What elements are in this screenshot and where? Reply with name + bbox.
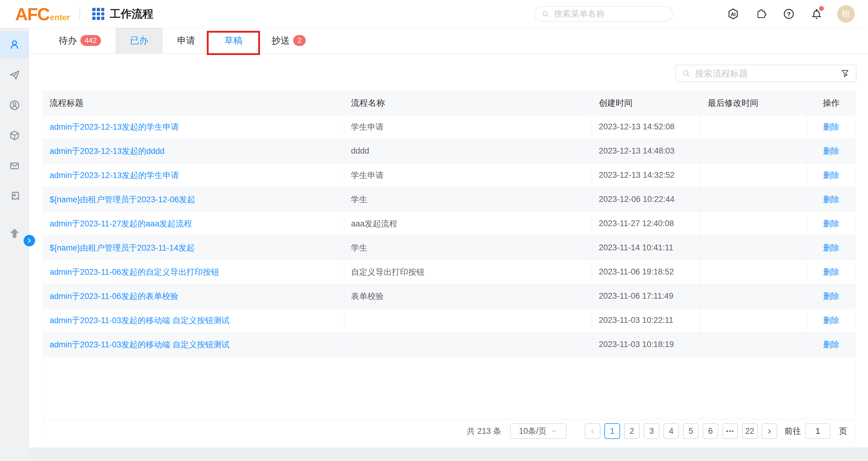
- row-flow-name: 表单校验: [344, 284, 592, 308]
- row-title-link[interactable]: admin于2023-11-27发起的aaa发起流程: [50, 219, 192, 228]
- svg-text:?: ?: [787, 11, 790, 18]
- send-icon: [9, 69, 20, 81]
- row-flow-name: 学生: [344, 187, 592, 212]
- col-header-modified: 最后修改时间: [701, 92, 807, 115]
- sidebar-item-contacts[interactable]: [0, 92, 29, 119]
- tab-apply[interactable]: 申请: [163, 28, 210, 53]
- row-flow-name: [344, 308, 592, 333]
- row-delete-button[interactable]: 删除: [823, 171, 839, 180]
- sidebar-item-apps[interactable]: [0, 122, 29, 149]
- row-created-time: 2023-12-13 14:32:52: [592, 163, 701, 187]
- ai-icon[interactable]: AI: [726, 7, 740, 21]
- sidebar-item-user[interactable]: [0, 31, 29, 58]
- prev-glyph: ‹: [591, 425, 594, 436]
- row-title-link[interactable]: admin于2023-12-13发起的dddd: [50, 147, 164, 156]
- help-icon[interactable]: ?: [782, 7, 796, 21]
- tab-label: 已办: [130, 34, 148, 47]
- plugin-icon[interactable]: [754, 7, 768, 21]
- row-title-link[interactable]: ${name}由租户管理员于2023-11-14发起: [50, 243, 195, 252]
- sidebar: [0, 28, 29, 461]
- row-modified-time: [701, 333, 807, 357]
- table-header-row: 流程标题 流程名称 创建时间 最后修改时间 操作: [43, 92, 855, 115]
- sidebar-item-add-app[interactable]: [0, 183, 29, 209]
- row-title-link[interactable]: admin于2023-11-03发起的移动端 自定义按钮测试: [50, 340, 229, 349]
- workflow-table-card: 流程标题 流程名称 创建时间 最后修改时间 操作 admin于2023-12-1…: [43, 91, 855, 442]
- page-button-3[interactable]: 3: [644, 423, 659, 439]
- row-modified-time: [701, 236, 807, 260]
- row-flow-name: 自定义导出打印按钮: [344, 260, 592, 284]
- page-button-22[interactable]: 22: [742, 423, 758, 439]
- search-icon: [682, 69, 691, 78]
- row-flow-name: 学生申请: [344, 163, 592, 187]
- sidebar-item-mail[interactable]: [0, 152, 29, 179]
- app-grid-icon[interactable]: [92, 8, 104, 20]
- pagination-bar: 共 213 条 10条/页 ‹ 123456•••22 › 前往: [43, 420, 855, 442]
- row-title-link[interactable]: admin于2023-12-13发起的学生申请: [50, 171, 179, 180]
- col-header-title: 流程标题: [43, 92, 344, 115]
- workflow-table: 流程标题 流程名称 创建时间 最后修改时间 操作 admin于2023-12-1…: [43, 91, 855, 357]
- svg-text:AI: AI: [731, 12, 736, 17]
- row-created-time: 2023-11-03 10:22:11: [592, 308, 701, 333]
- prev-page-button[interactable]: ‹: [585, 423, 600, 439]
- table-row: admin于2023-12-13发起的学生申请学生申请2023-12-13 14…: [43, 163, 855, 187]
- row-delete-button[interactable]: 删除: [823, 340, 839, 349]
- row-flow-name: 学生申请: [344, 115, 592, 139]
- tab-label: 抄送: [272, 34, 290, 47]
- next-glyph: ›: [768, 425, 771, 436]
- avatar[interactable]: 租: [837, 5, 855, 23]
- page-ellipsis[interactable]: •••: [722, 423, 738, 439]
- row-delete-button[interactable]: 删除: [823, 243, 839, 252]
- header-actions: AI ?: [534, 5, 855, 23]
- tab-cc[interactable]: 抄送 2: [257, 28, 320, 53]
- table-row: admin于2023-11-06发起的自定义导出打印按钮自定义导出打印按钮202…: [43, 260, 855, 284]
- sidebar-expand-button[interactable]: [24, 235, 35, 246]
- sidebar-item-send[interactable]: [0, 62, 29, 88]
- content-area: 待办 442 已办 申请 草稿 抄送 2: [29, 28, 868, 448]
- row-created-time: 2023-11-06 19:18:52: [592, 260, 701, 284]
- row-delete-button[interactable]: 删除: [823, 147, 839, 156]
- page-size-select[interactable]: 10条/页: [510, 423, 566, 439]
- row-modified-time: [701, 115, 807, 139]
- tab-done[interactable]: 已办: [116, 28, 163, 53]
- search-icon: [541, 9, 550, 19]
- row-delete-button[interactable]: 删除: [823, 316, 839, 325]
- tab-draft[interactable]: 草稿: [210, 28, 257, 53]
- page-button-5[interactable]: 5: [683, 423, 699, 439]
- row-delete-button[interactable]: 删除: [823, 195, 839, 204]
- cube-icon: [9, 130, 20, 141]
- row-flow-name: dddd: [344, 139, 592, 163]
- row-title-link[interactable]: admin于2023-11-03发起的移动端 自定义按钮测试: [50, 316, 229, 325]
- next-page-button[interactable]: ›: [762, 423, 777, 439]
- row-created-time: 2023-11-14 10:41:11: [592, 236, 701, 260]
- menu-search-box[interactable]: [534, 6, 673, 22]
- page-button-4[interactable]: 4: [663, 423, 679, 439]
- title-filter-box[interactable]: [675, 65, 857, 82]
- notification-icon[interactable]: [810, 7, 823, 21]
- table-toolbar: [29, 65, 857, 82]
- row-modified-time: [701, 139, 807, 163]
- header-divider: [80, 7, 80, 21]
- row-delete-button[interactable]: 删除: [823, 268, 839, 277]
- row-delete-button[interactable]: 删除: [823, 122, 839, 131]
- title-filter-input[interactable]: [695, 69, 840, 79]
- row-delete-button[interactable]: 删除: [823, 219, 839, 228]
- logo-sub-text: enter: [50, 13, 70, 22]
- page-button-6[interactable]: 6: [703, 423, 718, 439]
- row-title-link[interactable]: admin于2023-12-13发起的学生申请: [50, 122, 179, 131]
- tab-todo[interactable]: 待办 442: [44, 28, 116, 53]
- row-title-link[interactable]: ${name}由租户管理员于2023-12-06发起: [50, 195, 195, 204]
- row-delete-button[interactable]: 删除: [823, 292, 839, 301]
- row-title-link[interactable]: admin于2023-11-06发起的自定义导出打印按钮: [50, 268, 219, 277]
- tab-bar: 待办 442 已办 申请 草稿 抄送 2: [29, 28, 868, 54]
- filter-funnel-icon[interactable]: [840, 69, 850, 78]
- page-button-1[interactable]: 1: [604, 423, 620, 439]
- jump-unit-label: 页: [839, 426, 847, 436]
- table-row: admin于2023-11-06发起的表单校验表单校验2023-11-06 17…: [43, 284, 855, 308]
- row-title-link[interactable]: admin于2023-11-06发起的表单校验: [50, 292, 178, 301]
- table-row: ${name}由租户管理员于2023-12-06发起学生2023-12-06 1…: [43, 187, 855, 212]
- jump-page-input[interactable]: [805, 423, 831, 439]
- menu-search-input[interactable]: [554, 9, 665, 19]
- afcenter-logo[interactable]: AFC enter: [15, 4, 70, 24]
- page-button-2[interactable]: 2: [624, 423, 640, 439]
- todo-count-badge: 442: [81, 35, 101, 46]
